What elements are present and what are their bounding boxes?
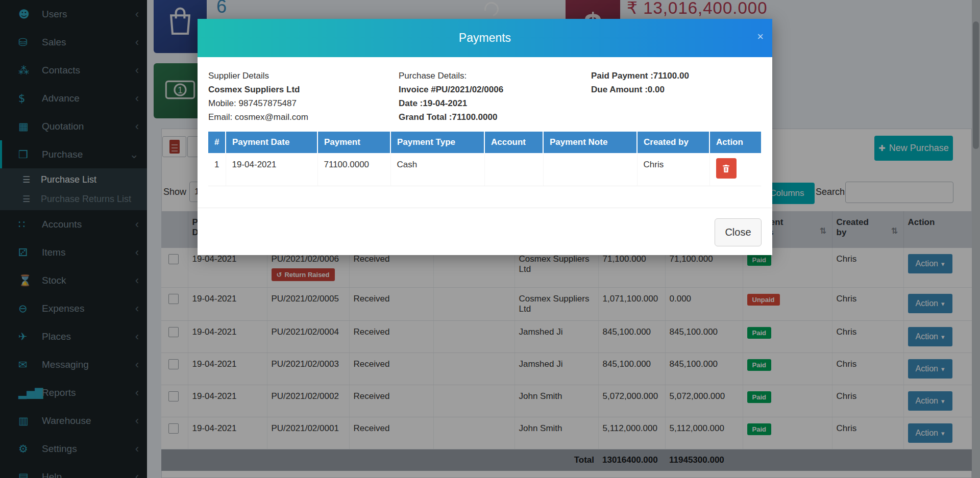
created-by-cell: Chris <box>637 153 709 186</box>
payment-action-cell <box>709 153 761 186</box>
delete-payment-button[interactable] <box>716 158 737 179</box>
supplier-email: Email: cosmex@mail.com <box>208 110 308 124</box>
payments-column-header: # <box>208 132 226 153</box>
payments-column-header: Payment Date <box>226 132 317 153</box>
modal-footer-divider <box>198 208 772 208</box>
payments-table-body: 119-04-202171100.0000CashChris <box>208 153 761 186</box>
modal-title: Payments <box>459 31 511 45</box>
payments-header-row: #Payment DatePaymentPayment TypeAccountP… <box>208 132 761 153</box>
payment-date-cell: 19-04-2021 <box>226 153 317 186</box>
account-cell <box>484 153 543 186</box>
payments-row: 119-04-202171100.0000CashChris <box>208 153 761 186</box>
supplier-details: Supplier Details Cosmex Suppliers Ltd Mo… <box>208 69 308 124</box>
purchase-invoice: Invoice #PU/2021/02/0006 <box>399 83 503 96</box>
payment-num-cell: 1 <box>208 153 226 186</box>
payment-type-cell: Cash <box>390 153 484 186</box>
payment-amount-cell: 71100.0000 <box>317 153 390 186</box>
paid-payment: Paid Payment :71100.00 <box>591 69 689 83</box>
payments-column-header: Created by <box>637 132 709 153</box>
payments-column-header: Action <box>709 132 761 153</box>
payments-modal: Payments × Supplier Details Cosmex Suppl… <box>198 19 772 255</box>
payment-summary: Paid Payment :71100.00 Due Amount :0.00 <box>591 69 689 96</box>
close-icon[interactable]: × <box>757 31 764 42</box>
supplier-details-heading: Supplier Details <box>208 69 308 83</box>
supplier-mobile: Mobile: 987457875487 <box>208 96 308 110</box>
due-amount: Due Amount :0.00 <box>591 83 689 96</box>
purchase-details: Purchase Details: Invoice #PU/2021/02/00… <box>399 69 503 124</box>
close-button[interactable]: Close <box>715 218 762 246</box>
payments-column-header: Payment Note <box>543 132 637 153</box>
payments-column-header: Payment <box>317 132 390 153</box>
payments-table: #Payment DatePaymentPayment TypeAccountP… <box>208 132 761 186</box>
supplier-name: Cosmex Suppliers Ltd <box>208 83 308 96</box>
payments-column-header: Account <box>484 132 543 153</box>
payments-table-header: #Payment DatePaymentPayment TypeAccountP… <box>208 132 761 153</box>
payment-note-cell <box>543 153 637 186</box>
purchase-grand-total: Grand Total :71100.0000 <box>399 110 503 124</box>
purchase-date: Date :19-04-2021 <box>399 96 503 110</box>
payments-column-header: Payment Type <box>390 132 484 153</box>
modal-header: Payments × <box>198 19 772 57</box>
purchase-details-heading: Purchase Details: <box>399 69 503 83</box>
